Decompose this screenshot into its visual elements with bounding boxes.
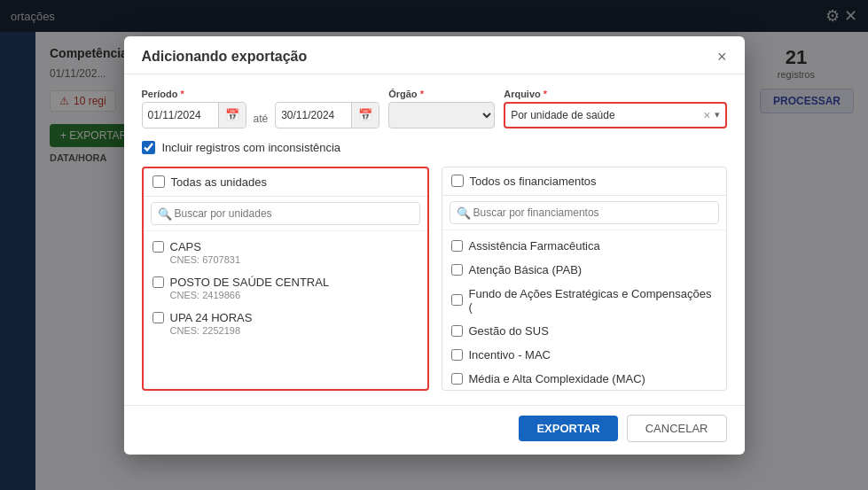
include-checkbox[interactable] [142, 141, 155, 154]
list-item-row: UPA 24 HORAS [152, 311, 418, 324]
units-list: CAPS CNES: 6707831 POSTO DE SAÚDE CENTRA… [144, 231, 427, 345]
exportar-modal-button[interactable]: EXPORTAR [519, 416, 617, 441]
financing-gestao-checkbox[interactable] [451, 325, 463, 337]
date-end-icon[interactable]: 📅 [351, 103, 379, 128]
unit-upa-checkbox[interactable] [152, 312, 164, 323]
unit-upa-cnes: CNES: 2252198 [152, 325, 418, 336]
units-search-input[interactable] [151, 202, 420, 225]
list-item: Assistência Farmacêutica [442, 234, 726, 258]
financing-farmaceutica-name: Assistência Farmacêutica [469, 239, 600, 253]
all-financing-label: Todos os financiamentos [470, 175, 597, 188]
arquivo-clear-button[interactable]: × [703, 109, 710, 121]
lists-row: Todas as unidades 🔍 CAPS CNES: 6707831 [142, 167, 727, 391]
financing-gestao-name: Gestão do SUS [469, 324, 549, 338]
financing-farmaceutica-checkbox[interactable] [451, 240, 463, 252]
all-financing-checkbox[interactable] [451, 175, 464, 187]
include-check-row: Incluir registros com inconsistência [142, 141, 727, 154]
modal-overlay: Adicionando exportação × Período * 📅 [0, 0, 868, 490]
financing-pab-checkbox[interactable] [451, 264, 463, 276]
financing-panel-header: Todos os financiamentos [442, 167, 726, 196]
units-search-wrap: 🔍 [144, 197, 427, 231]
modal-footer: EXPORTAR CANCELAR [124, 405, 745, 455]
arquivo-group: Arquivo * Por unidade de saúde × ▾ [504, 89, 726, 128]
unit-posto-checkbox[interactable] [152, 276, 164, 288]
period-group: Período * 📅 até 📅 [142, 89, 380, 128]
units-search-icon: 🔍 [158, 206, 172, 220]
list-item: POSTO DE SAÚDE CENTRAL CNES: 2419866 [144, 270, 427, 306]
modal-close-button[interactable]: × [717, 49, 727, 65]
list-item: Atenção Básica (PAB) [442, 258, 726, 282]
arquivo-value: Por unidade de saúde [511, 109, 700, 121]
financing-search-input[interactable] [450, 201, 719, 224]
all-units-label: Todas as unidades [171, 175, 267, 189]
arquivo-caret-icon: ▾ [715, 109, 720, 121]
financing-search-wrap: 🔍 [442, 196, 726, 230]
ate-label: até [254, 113, 269, 125]
period-label: Período * [142, 89, 380, 99]
list-item: CAPS CNES: 6707831 [144, 235, 427, 270]
arquivo-label: Arquivo * [504, 89, 726, 99]
list-item: Gestão do SUS [442, 319, 726, 343]
date-start-icon[interactable]: 📅 [218, 103, 246, 128]
financing-fundo-checkbox[interactable] [451, 294, 463, 306]
financing-panel: Todos os financiamentos 🔍 Assistência Fa… [442, 167, 727, 391]
list-item: Incentivo - MAC [442, 343, 726, 367]
list-item-row: CAPS [152, 240, 418, 253]
include-label: Incluir registros com inconsistência [162, 141, 341, 154]
orgao-label: Órgão * [388, 89, 495, 99]
units-panel: Todas as unidades 🔍 CAPS CNES: 6707831 [142, 167, 429, 391]
form-row: Período * 📅 até 📅 [142, 89, 727, 128]
financing-pab-name: Atenção Básica (PAB) [469, 263, 583, 276]
modal-header: Adicionando exportação × [124, 36, 745, 74]
unit-posto-name: POSTO DE SAÚDE CENTRAL [170, 276, 330, 289]
units-panel-header: Todas as unidades [144, 168, 427, 197]
modal-body: Período * 📅 até 📅 [124, 74, 745, 405]
date-end-input[interactable] [276, 105, 351, 125]
unit-caps-cnes: CNES: 6707831 [152, 254, 418, 265]
arquivo-select-wrap[interactable]: Por unidade de saúde × ▾ [504, 102, 726, 128]
unit-posto-cnes: CNES: 2419866 [152, 290, 418, 300]
list-item: UPA 24 HORAS CNES: 2252198 [144, 306, 427, 341]
financing-mac-checkbox[interactable] [451, 349, 463, 361]
unit-caps-checkbox[interactable] [152, 241, 164, 253]
cancelar-button[interactable]: CANCELAR [627, 415, 727, 442]
list-item: Média e Alta Complexidade (MAC) [442, 367, 726, 390]
date-start-wrap: 📅 [142, 102, 246, 128]
date-start-input[interactable] [143, 105, 218, 125]
financing-list: Assistência Farmacêutica Atenção Básica … [442, 230, 726, 390]
financing-media-checkbox[interactable] [451, 373, 463, 385]
orgao-select[interactable] [388, 102, 495, 128]
financing-fundo-name: Fundo de Ações Estratégicas e Compensaçõ… [469, 287, 717, 314]
period-required: * [181, 89, 184, 99]
unit-upa-name: UPA 24 HORAS [170, 311, 253, 324]
list-item-row: POSTO DE SAÚDE CENTRAL [152, 276, 418, 289]
date-end-wrap: 📅 [275, 102, 379, 128]
financing-media-name: Média e Alta Complexidade (MAC) [469, 372, 645, 385]
all-units-checkbox[interactable] [152, 175, 165, 188]
unit-caps-name: CAPS [170, 240, 201, 253]
date-range-wrap: 📅 até 📅 [142, 102, 380, 128]
financing-search-icon: 🔍 [457, 206, 471, 219]
modal-title: Adicionando exportação [142, 49, 308, 65]
financing-mac-name: Incentivo - MAC [469, 348, 551, 362]
list-item: Fundo de Ações Estratégicas e Compensaçõ… [442, 282, 726, 319]
modal-dialog: Adicionando exportação × Período * 📅 [124, 36, 745, 455]
orgao-group: Órgão * [388, 89, 495, 128]
